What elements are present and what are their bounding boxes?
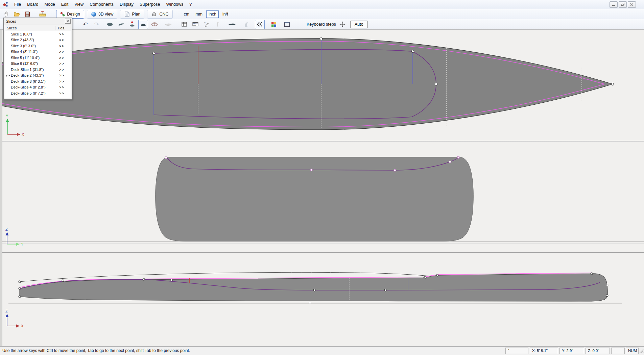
measure-ruler-icon[interactable] <box>38 10 47 19</box>
slice-pos-button[interactable]: >> <box>55 50 71 54</box>
slice-pos-button[interactable]: >> <box>55 73 71 77</box>
slice-view-icon[interactable] <box>138 20 148 29</box>
slices-panel-close-icon[interactable] <box>65 19 71 24</box>
slice-row[interactable]: Slice 6 (12' 6.0") >> <box>5 61 71 67</box>
color-palette-icon[interactable] <box>269 20 279 29</box>
mesh-view-icon[interactable] <box>149 20 159 29</box>
slice-pos-button[interactable]: >> <box>55 61 71 66</box>
slice-row-active[interactable]: Deck-Slice 2 (43.3") >> <box>5 73 71 79</box>
slice-pos-button[interactable]: >> <box>55 32 71 36</box>
spin-template-icon[interactable] <box>163 20 173 29</box>
status-y-coordinate: Y: 2.9" <box>559 348 584 354</box>
control-point[interactable] <box>612 83 614 85</box>
restore-icon[interactable] <box>619 1 627 8</box>
3d-view-mode-button[interactable]: 3D view <box>87 10 117 19</box>
menu-mode[interactable]: Mode <box>42 0 58 9</box>
viewport-divider[interactable] <box>0 141 644 142</box>
unit-mm[interactable]: mm <box>193 10 205 18</box>
panel-list-icon[interactable] <box>282 20 292 29</box>
slice-row[interactable]: Slice 3 (6' 3.0") >> <box>5 43 71 49</box>
grid-icon[interactable] <box>179 20 189 29</box>
control-point[interactable] <box>153 52 155 55</box>
slice-row[interactable]: Slice 2 (43.3") >> <box>5 37 71 43</box>
menu-file[interactable]: File <box>11 0 24 9</box>
slice-pos-button[interactable]: >> <box>55 56 71 60</box>
slice-pos-button[interactable]: >> <box>55 85 71 89</box>
measurements-icon[interactable] <box>190 20 200 29</box>
cut-measure-icon[interactable]: × <box>201 20 211 29</box>
open-folder-icon[interactable] <box>13 10 21 19</box>
undo-icon[interactable]: ↶ <box>80 20 90 29</box>
control-point[interactable] <box>62 280 64 282</box>
minimize-icon[interactable] <box>610 1 618 8</box>
slice-row[interactable]: Slice 5 (11' 10.4") >> <box>5 55 71 61</box>
add-slice-icon[interactable]: ✱ <box>127 20 137 29</box>
control-point[interactable] <box>394 169 396 171</box>
unit-inf[interactable]: in/f <box>220 10 231 18</box>
control-point[interactable] <box>19 287 21 289</box>
slice-pos-button[interactable]: >> <box>55 91 71 95</box>
sphere-3d-icon <box>91 11 96 17</box>
slice-pos-button[interactable]: >> <box>55 79 71 83</box>
slice-pos-button[interactable]: >> <box>55 38 71 42</box>
control-point[interactable] <box>424 276 426 278</box>
control-point[interactable] <box>171 279 173 281</box>
move-steps-icon[interactable] <box>339 21 345 27</box>
flow-lines-icon[interactable] <box>255 20 265 29</box>
control-point[interactable] <box>457 156 459 158</box>
slice-row[interactable]: Slice 4 (8' 11.3") >> <box>5 49 71 55</box>
control-point[interactable] <box>606 295 608 297</box>
guideline-icon[interactable] <box>213 20 222 29</box>
outline-view-icon[interactable] <box>105 20 115 29</box>
menu-windows[interactable]: Windows <box>163 0 187 9</box>
control-point[interactable] <box>384 289 386 291</box>
rocker-view-icon[interactable] <box>116 20 126 29</box>
control-point[interactable] <box>19 281 21 283</box>
control-point[interactable] <box>143 278 145 280</box>
control-point[interactable] <box>313 289 315 291</box>
control-point[interactable] <box>310 169 312 171</box>
control-point[interactable] <box>435 83 437 85</box>
viewport-divider[interactable] <box>0 252 644 253</box>
control-point[interactable] <box>412 50 414 53</box>
slice-row[interactable]: Deck-Slice 4 (8' 2.8") >> <box>5 84 71 91</box>
menu-display[interactable]: Display <box>117 0 137 9</box>
plan-mode-button[interactable]: Plan <box>120 10 144 19</box>
design-mode-button[interactable]: Design <box>56 10 84 19</box>
control-point[interactable] <box>591 273 593 275</box>
unit-cm[interactable]: cm <box>182 10 192 18</box>
fin-icon[interactable] <box>241 20 251 29</box>
slice-pos-button[interactable]: >> <box>55 68 71 72</box>
slice-pos-button[interactable]: >> <box>55 44 71 48</box>
grab-tool-icon[interactable] <box>2 10 11 19</box>
menu-components[interactable]: Components <box>87 0 117 9</box>
close-icon[interactable] <box>628 1 636 8</box>
control-point[interactable] <box>320 38 323 40</box>
unit-inch[interactable]: inch <box>206 10 219 18</box>
slices-panel-titlebar[interactable]: Slices <box>4 18 72 24</box>
slice-row[interactable]: Deck-Slice 1 (31.8") >> <box>5 67 71 73</box>
control-point[interactable] <box>606 284 608 286</box>
plan-view[interactable]: Y X <box>0 30 644 141</box>
auto-button[interactable]: Auto <box>350 21 368 28</box>
control-point[interactable] <box>165 157 167 159</box>
menu-superpose[interactable]: Superpose <box>137 0 163 9</box>
control-point[interactable] <box>19 296 21 298</box>
slice-row[interactable]: Deck-Slice 3 (6' 3.1") >> <box>5 78 71 84</box>
cross-section-view[interactable]: Z Y <box>0 142 644 252</box>
bottom-view-icon[interactable] <box>227 20 237 29</box>
cnc-mode-button[interactable]: CNC <box>147 10 172 19</box>
resize-grip[interactable] <box>639 349 644 354</box>
control-point[interactable] <box>436 274 438 276</box>
redo-icon[interactable]: ↷ <box>92 20 101 29</box>
save-icon[interactable] <box>23 10 32 19</box>
slice-row[interactable]: Slice 1 (0.0") >> <box>5 31 71 37</box>
slice-row[interactable]: Deck-Slice 5 (8' 7.2") >> <box>5 90 71 96</box>
side-view[interactable]: Z X <box>0 253 644 346</box>
menu-help[interactable]: ? <box>186 0 195 9</box>
menu-edit[interactable]: Edit <box>58 0 72 9</box>
menu-view[interactable]: View <box>71 0 87 9</box>
control-point[interactable] <box>449 161 451 163</box>
menu-board[interactable]: Board <box>24 0 41 9</box>
control-point[interactable] <box>309 302 311 304</box>
